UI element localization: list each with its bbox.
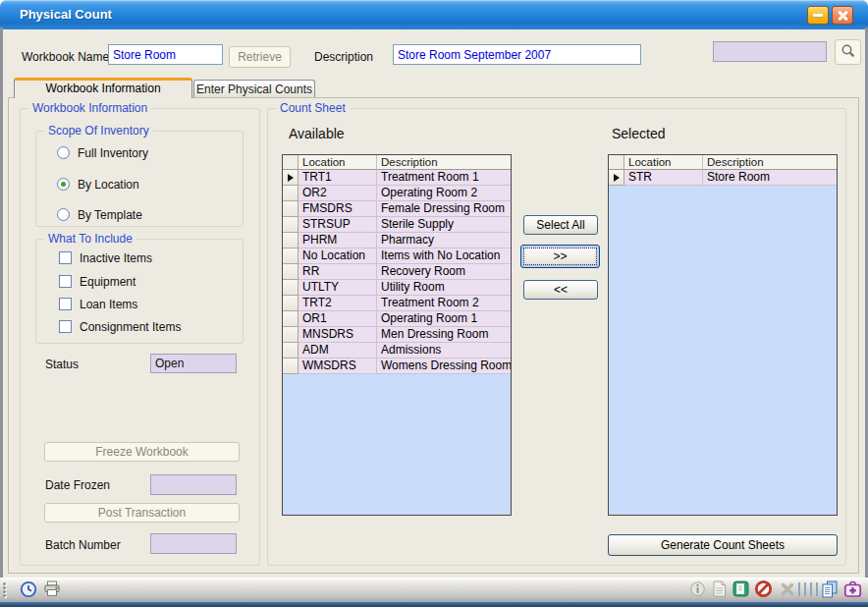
cell-description[interactable]: Treatment Room 1 bbox=[377, 170, 511, 186]
info-button[interactable] bbox=[686, 580, 708, 601]
cell-location[interactable]: TRT2 bbox=[298, 296, 377, 311]
row-selector[interactable] bbox=[283, 280, 298, 296]
table-row[interactable]: FMSDRSFemale Dressing Room bbox=[283, 201, 511, 217]
row-selector[interactable] bbox=[283, 217, 298, 233]
tab-enter-physical-counts[interactable]: Enter Physical Counts bbox=[193, 80, 315, 98]
cell-description[interactable]: Sterile Supply bbox=[377, 217, 511, 233]
row-selector[interactable] bbox=[283, 359, 298, 374]
grid-corner bbox=[609, 155, 624, 170]
row-selector[interactable] bbox=[283, 264, 298, 280]
cell-description[interactable]: Admissions bbox=[377, 343, 511, 359]
radio-by-template[interactable] bbox=[57, 208, 70, 221]
move-to-selected-button[interactable]: >> bbox=[520, 245, 600, 268]
row-selector[interactable] bbox=[609, 170, 624, 186]
cell-location[interactable]: FMSDRS bbox=[298, 201, 377, 217]
row-selector[interactable] bbox=[283, 311, 298, 327]
table-row[interactable]: STRStore Room bbox=[609, 170, 837, 186]
cell-location[interactable]: STR bbox=[624, 170, 703, 186]
table-row[interactable]: MNSDRSMen Dressing Room bbox=[283, 327, 511, 343]
cell-location[interactable]: UTLTY bbox=[298, 280, 377, 296]
checkbox-inactive-items[interactable] bbox=[59, 251, 72, 264]
cell-location[interactable]: PHRM bbox=[298, 233, 377, 248]
row-selector[interactable] bbox=[283, 296, 298, 311]
cell-location[interactable]: RR bbox=[298, 264, 377, 280]
cell-location[interactable]: No Location bbox=[298, 248, 377, 264]
tab-workbook-information[interactable]: Workbook Information bbox=[14, 78, 192, 98]
cell-description[interactable]: Items with No Location bbox=[377, 248, 511, 264]
clock-button[interactable] bbox=[18, 580, 39, 601]
minimize-button[interactable] bbox=[807, 6, 829, 25]
workbook-name-input[interactable] bbox=[108, 44, 223, 65]
freeze-workbook-button[interactable]: Freeze Workbook bbox=[44, 442, 240, 462]
description-input[interactable] bbox=[393, 44, 641, 65]
select-all-button[interactable]: Select All bbox=[523, 215, 598, 235]
row-selector[interactable] bbox=[283, 248, 298, 264]
radio-full-inventory[interactable] bbox=[57, 146, 70, 159]
block-icon bbox=[754, 579, 773, 602]
table-row[interactable]: WMSDRSWomens Dressing Room bbox=[283, 359, 511, 374]
column-header-description[interactable]: Description bbox=[703, 155, 837, 170]
table-row[interactable]: STRSUPSterile Supply bbox=[283, 217, 511, 233]
checkbox-loan-items-label: Loan Items bbox=[80, 298, 137, 311]
move-to-available-button[interactable]: << bbox=[523, 280, 598, 300]
retrieve-button[interactable]: Retrieve bbox=[229, 46, 291, 68]
checkbox-consignment-items[interactable] bbox=[59, 320, 72, 333]
column-header-location[interactable]: Location bbox=[624, 155, 703, 170]
cell-location[interactable]: MNSDRS bbox=[298, 327, 377, 343]
print-button[interactable] bbox=[41, 580, 63, 601]
cell-description[interactable]: Operating Room 1 bbox=[377, 311, 511, 327]
delete-button[interactable] bbox=[777, 580, 798, 601]
cell-description[interactable]: Operating Room 2 bbox=[377, 186, 511, 201]
table-row[interactable]: TRT2Treatment Room 2 bbox=[283, 296, 511, 311]
generate-count-sheets-button[interactable]: Generate Count Sheets bbox=[608, 534, 838, 556]
row-selector[interactable] bbox=[283, 170, 298, 186]
row-selector[interactable] bbox=[283, 343, 298, 359]
table-row[interactable]: PHRMPharmacy bbox=[283, 233, 511, 248]
status-toolbar bbox=[0, 578, 868, 602]
table-row[interactable]: OR1Operating Room 1 bbox=[283, 311, 511, 327]
close-button[interactable] bbox=[832, 6, 853, 25]
radio-by-location[interactable] bbox=[57, 178, 70, 191]
table-row[interactable]: UTLTYUtility Room bbox=[283, 280, 511, 296]
save-button[interactable] bbox=[730, 580, 751, 601]
table-row[interactable]: RRRecovery Room bbox=[283, 264, 511, 280]
row-selector[interactable] bbox=[283, 201, 298, 217]
cell-location[interactable]: OR1 bbox=[298, 311, 377, 327]
cell-description[interactable]: Utility Room bbox=[377, 280, 511, 296]
cell-description[interactable]: Womens Dressing Room bbox=[377, 359, 511, 374]
row-selector[interactable] bbox=[283, 327, 298, 343]
cell-description[interactable]: Treatment Room 2 bbox=[377, 296, 511, 311]
cell-description[interactable]: Female Dressing Room bbox=[377, 201, 511, 217]
cell-location[interactable]: ADM bbox=[298, 343, 377, 359]
cell-location[interactable]: TRT1 bbox=[298, 170, 377, 186]
cell-description[interactable]: Recovery Room bbox=[377, 264, 511, 280]
post-transaction-button[interactable]: Post Transaction bbox=[44, 503, 240, 523]
selected-grid[interactable]: Location Description STRStore Room bbox=[608, 154, 838, 516]
document-button[interactable] bbox=[708, 580, 730, 601]
table-row[interactable]: OR2Operating Room 2 bbox=[283, 186, 511, 201]
table-row[interactable]: ADMAdmissions bbox=[283, 343, 511, 359]
first-aid-button[interactable] bbox=[841, 580, 863, 601]
cell-location[interactable]: OR2 bbox=[298, 186, 377, 201]
toolbar-grip[interactable] bbox=[3, 581, 9, 600]
cell-description[interactable]: Pharmacy bbox=[377, 233, 511, 248]
column-header-description[interactable]: Description bbox=[377, 155, 511, 170]
cell-description[interactable]: Men Dressing Room bbox=[377, 327, 511, 343]
checkbox-equipment[interactable] bbox=[59, 275, 72, 288]
column-header-location[interactable]: Location bbox=[298, 155, 377, 170]
cell-location[interactable]: STRSUP bbox=[298, 217, 377, 233]
block-button[interactable] bbox=[752, 580, 774, 601]
cell-description[interactable]: Store Room bbox=[703, 170, 837, 186]
row-selector[interactable] bbox=[283, 186, 298, 201]
row-selector[interactable] bbox=[283, 233, 298, 248]
table-row[interactable]: TRT1Treatment Room 1 bbox=[283, 170, 511, 186]
table-row[interactable]: No LocationItems with No Location bbox=[283, 248, 511, 264]
copy-button[interactable] bbox=[819, 580, 841, 601]
quick-search-input[interactable] bbox=[713, 41, 827, 62]
search-button[interactable] bbox=[835, 39, 861, 65]
batch-number-field bbox=[150, 533, 237, 554]
available-grid[interactable]: Location Description TRT1Treatment Room … bbox=[282, 154, 512, 516]
checkbox-loan-items[interactable] bbox=[59, 298, 72, 310]
cell-location[interactable]: WMSDRS bbox=[298, 359, 377, 374]
titlebar[interactable]: Physical Count bbox=[0, 0, 868, 29]
